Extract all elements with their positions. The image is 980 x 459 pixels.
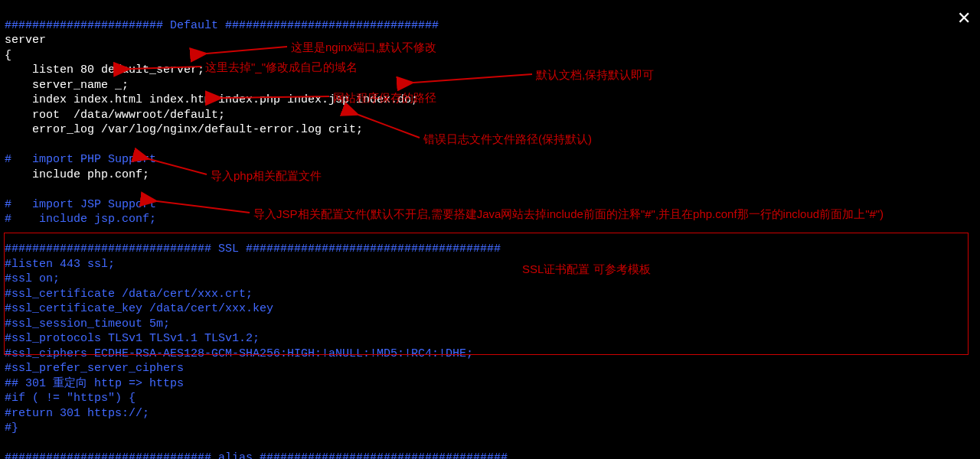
code-line: #ssl_protocols TLSv1 TLSv1.1 TLSv1.2; [5,332,260,345]
code-line: #ssl_session_timeout 5m; [5,317,170,330]
annotation-php: 导入php相关配置文件 [211,168,322,184]
code-line: ## 301 重定向 http => https [5,377,184,390]
config-code-block: ####################### Default ########… [5,3,975,459]
code-line: include php.conf; [5,168,149,181]
annotation-ssl: SSL证书配置 可参考模板 [522,262,651,277]
code-line: #} [5,422,18,435]
code-line: ####################### Default ########… [5,19,439,32]
code-line: # import JSP Support [5,198,156,211]
annotation-root: 网站程序保存的路径 [333,90,436,106]
code-line: #ssl on; [5,272,60,285]
code-line: # include jsp.conf; [5,213,156,226]
code-line: ############################## SSL #####… [5,243,501,256]
code-line: server_name _; [5,79,129,92]
code-line: #ssl_ciphers ECDHE-RSA-AES128-GCM-SHA256… [5,347,473,360]
code-line: server [5,34,46,47]
annotation-servername: 这里去掉"_"修改成自己的域名 [205,60,358,75]
code-line: #ssl_certificate_key /data/cert/xxx.key [5,302,273,315]
annotation-errorlog: 错误日志文件文件路径(保持默认) [423,132,592,147]
code-line: #listen 443 ssl; [5,258,115,271]
code-line: { [5,49,11,62]
code-line: listen 80 default_server; [5,63,204,76]
code-line: # import PHP Support [5,153,156,166]
code-line: error_log /var/log/nginx/default-error.l… [5,123,363,136]
code-line: #if ( != "https") { [5,392,136,405]
code-line: ############################## alias ###… [5,451,508,459]
annotation-defaultdoc: 默认文档,保持默认即可 [536,67,654,83]
annotation-jsp: 导入JSP相关配置文件(默认不开启,需要搭建Java网站去掉include前面的… [253,207,884,222]
code-line: #return 301 https://; [5,407,149,420]
code-line: #ssl_certificate /data/cert/xxx.crt; [5,288,253,301]
annotation-port: 这里是nginx端口,默认不修改 [291,40,436,55]
code-line: #ssl_prefer_server_ciphers [5,362,184,375]
code-line: root /data/wwwroot/default; [5,109,225,122]
